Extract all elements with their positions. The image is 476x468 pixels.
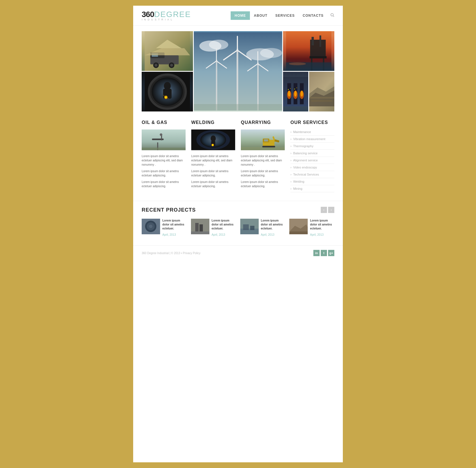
recent-projects-section: RECENT PROJECTS ‹ › Lorem ipsum do xyxy=(133,201,343,245)
svg-rect-21 xyxy=(216,60,217,110)
service-item-mining[interactable]: Mining xyxy=(290,185,334,192)
our-services-list: Maintenance Vibration measurement Thermo… xyxy=(290,128,334,192)
svg-point-91 xyxy=(149,225,152,228)
service-item-alignment[interactable]: Alignment service xyxy=(290,157,334,164)
oil-gas-title: OIL & GAS xyxy=(142,120,186,125)
svg-point-53 xyxy=(288,91,290,97)
service-item-balancing[interactable]: Balancing service xyxy=(290,150,334,157)
welding-para3: Lorem ipsum dolor sit ametns ectetuer ad… xyxy=(191,180,235,188)
service-welding: WELDING xyxy=(191,120,235,192)
svg-rect-17 xyxy=(237,49,238,110)
project-date-4: April, 2013 xyxy=(310,233,324,236)
svg-point-0 xyxy=(331,14,333,16)
project-title-4: Lorem ipsum dolor sit ametns ectetuer. xyxy=(310,219,334,231)
svg-point-14 xyxy=(209,40,228,50)
oil-gas-para2: Lorem ipsum dolor sit ametns ectetuer ad… xyxy=(142,169,186,178)
svg-rect-25 xyxy=(257,63,259,110)
service-item-maintenance[interactable]: Maintenance xyxy=(290,128,334,136)
welding-img xyxy=(191,128,235,151)
logo: 360DEGREE INDUSTRIAL xyxy=(142,10,231,21)
svg-rect-94 xyxy=(199,224,203,231)
welding-para2: Lorem ipsum dolor sit ametns ectetuer ad… xyxy=(191,169,235,178)
hero-img-welder xyxy=(142,72,193,111)
svg-point-71 xyxy=(160,133,162,136)
next-arrow[interactable]: › xyxy=(328,207,334,213)
social-twitter[interactable]: t xyxy=(321,250,327,256)
svg-point-38 xyxy=(289,62,306,65)
svg-rect-102 xyxy=(289,231,308,234)
prev-arrow[interactable]: ‹ xyxy=(321,207,327,213)
project-item-1: Lorem ipsum dolor sit ametns ectetuer. A… xyxy=(142,219,187,237)
service-item-thermo[interactable]: Thermography xyxy=(290,143,334,150)
service-item-welding[interactable]: Welding xyxy=(290,178,334,185)
project-title-2: Lorem ipsum dolor sit ametns ectetuer. xyxy=(212,219,236,231)
social-googleplus[interactable]: g+ xyxy=(328,250,334,256)
section-header: RECENT PROJECTS ‹ › xyxy=(142,207,334,213)
nav-contacts[interactable]: CONTACTS xyxy=(299,11,328,20)
footer-copyright: 360 Degree Industrial | © 2013 • Privacy… xyxy=(142,252,200,255)
svg-rect-32 xyxy=(311,37,314,45)
nav-services[interactable]: SERVICES xyxy=(271,11,299,20)
svg-line-1 xyxy=(333,16,334,17)
project-thumb-1 xyxy=(142,219,160,234)
svg-point-57 xyxy=(300,91,303,97)
hero-img-quarry xyxy=(309,72,334,111)
svg-point-42 xyxy=(164,82,171,90)
social-icons: in t g+ xyxy=(313,250,334,256)
quarrying-para3: Lorem ipsum dolor sit ametns ectetuer ad… xyxy=(241,180,285,188)
quarrying-para2: Lorem ipsum dolor sit ametns ectetuer ad… xyxy=(241,169,285,178)
our-services-col: OUR SERVICES Maintenance Vibration measu… xyxy=(290,120,334,192)
project-info-2: Lorem ipsum dolor sit ametns ectetuer. A… xyxy=(212,219,236,237)
logo-360: 360 xyxy=(142,10,154,19)
quarrying-title: QUARRYING xyxy=(241,120,285,125)
project-date-3: April, 2013 xyxy=(261,233,275,236)
recent-projects-title: RECENT PROJECTS xyxy=(142,207,196,213)
project-title-3: Lorem ipsum dolor sit ametns ectetuer. xyxy=(261,219,285,231)
svg-rect-33 xyxy=(319,35,321,47)
project-info-4: Lorem ipsum dolor sit ametns ectetuer. A… xyxy=(310,219,334,237)
logo-text: 360DEGREE xyxy=(142,10,231,19)
social-linkedin[interactable]: in xyxy=(313,250,320,256)
svg-point-7 xyxy=(155,64,158,67)
svg-rect-95 xyxy=(191,231,209,234)
main-nav: HOME ABOUT SERVICES CONTACTS xyxy=(231,11,328,20)
project-item-4: Lorem ipsum dolor sit ametns ectetuer. A… xyxy=(289,219,334,237)
hero-img-wind xyxy=(194,31,282,111)
quarrying-para1: Lorem ipsum dolor sit ametns ectetuer ad… xyxy=(241,154,285,167)
svg-rect-99 xyxy=(250,226,254,230)
footer: 360 Degree Industrial | © 2013 • Privacy… xyxy=(133,245,343,260)
svg-point-16 xyxy=(260,48,282,58)
svg-rect-67 xyxy=(142,130,186,150)
search-icon[interactable] xyxy=(330,13,334,18)
svg-point-60 xyxy=(294,89,295,90)
our-services-title: OUR SERVICES xyxy=(290,120,334,125)
header: 360DEGREE INDUSTRIAL HOME ABOUT SERVICES… xyxy=(133,6,343,26)
service-item-technical[interactable]: Technical Services xyxy=(290,171,334,178)
service-quarrying: QUARRYING xyxy=(241,120,285,192)
svg-rect-83 xyxy=(264,139,268,141)
project-nav-arrows: ‹ › xyxy=(321,207,334,213)
svg-rect-98 xyxy=(243,224,249,230)
oil-gas-para1: Lorem ipsum dolor sit ametns ectetuer ad… xyxy=(142,154,186,167)
service-item-video[interactable]: Video endoscopy xyxy=(290,164,334,171)
hero-grid xyxy=(142,31,334,111)
service-item-vibration[interactable]: Vibration measurement xyxy=(290,136,334,143)
services-section: OIL & GAS xyxy=(133,111,343,201)
svg-point-79 xyxy=(212,144,213,146)
svg-rect-66 xyxy=(311,100,332,102)
svg-rect-97 xyxy=(240,229,259,234)
svg-rect-87 xyxy=(241,147,285,150)
project-item-3: Lorem ipsum dolor sit ametns ectetuer. A… xyxy=(240,219,285,237)
oil-gas-img xyxy=(142,128,186,151)
oil-gas-para3: Lorem ipsum dolor sit ametns ectetuer ad… xyxy=(142,180,186,188)
svg-point-76 xyxy=(211,136,216,142)
page-wrapper: 360DEGREE INDUSTRIAL HOME ABOUT SERVICES… xyxy=(133,6,343,462)
project-title-1: Lorem ipsum dolor sit ametns ectetuer. xyxy=(162,219,187,231)
nav-home[interactable]: HOME xyxy=(231,11,250,20)
services-grid: OIL & GAS xyxy=(142,120,334,192)
svg-rect-34 xyxy=(309,56,326,58)
project-info-3: Lorem ipsum dolor sit ametns ectetuer. A… xyxy=(261,219,285,237)
project-info-1: Lorem ipsum dolor sit ametns ectetuer. A… xyxy=(162,219,187,237)
nav-about[interactable]: ABOUT xyxy=(250,11,271,20)
service-oil-gas: OIL & GAS xyxy=(142,120,186,192)
